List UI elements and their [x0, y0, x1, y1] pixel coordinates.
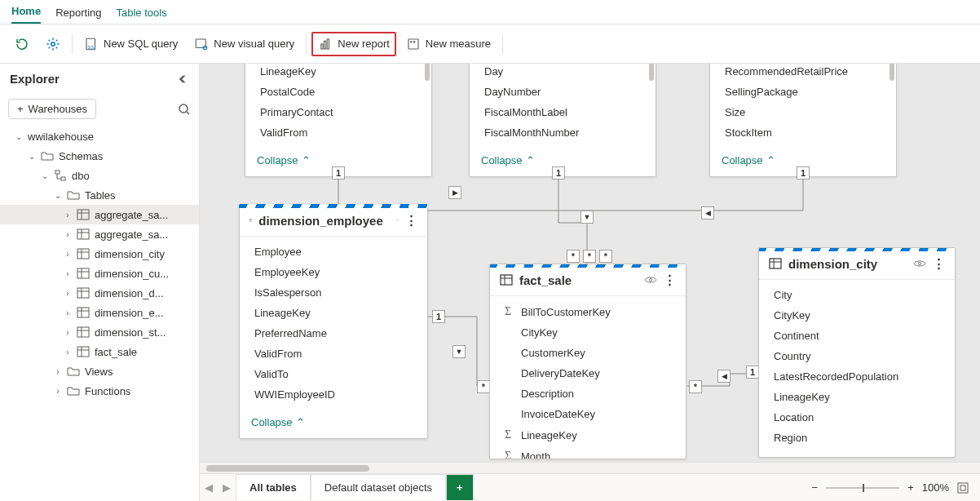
- search-icon[interactable]: [178, 103, 191, 116]
- sigma-icon: Σ: [505, 450, 514, 459]
- scrollbar[interactable]: [890, 64, 894, 81]
- cardinality-badge: *: [689, 380, 702, 393]
- entity-dimension-city[interactable]: dimension_city ⋮ City CityKey Continent …: [758, 247, 956, 458]
- table-icon: [77, 286, 90, 299]
- filter-direction-icon: ◀: [701, 206, 714, 219]
- zoom-out-button[interactable]: −: [812, 481, 819, 494]
- cardinality-badge: *: [477, 380, 490, 393]
- tree-table-item[interactable]: ›dimension_city: [0, 244, 199, 264]
- more-icon[interactable]: ⋮: [405, 213, 417, 228]
- svg-point-25: [649, 278, 651, 281]
- entity-title: fact_sale: [519, 273, 572, 287]
- svg-rect-16: [77, 249, 89, 259]
- scrollbar[interactable]: [425, 64, 430, 81]
- table-icon: [249, 214, 252, 227]
- tree-table-item[interactable]: ›dimension_e...: [0, 303, 199, 322]
- tree-node-schemas[interactable]: ⌄Schemas: [0, 146, 199, 166]
- entity-card[interactable]: Day DayNumber FiscalMonthLabel FiscalMon…: [469, 64, 656, 177]
- add-tab-button[interactable]: +: [446, 474, 474, 500]
- entity-title: dimension_employee: [258, 214, 383, 228]
- visibility-icon[interactable]: [913, 257, 926, 270]
- svg-rect-24: [501, 275, 512, 285]
- field-row: StockItem: [710, 122, 896, 143]
- entity-card[interactable]: RecommendedRetailPrice SellingPackage Si…: [709, 64, 897, 177]
- new-report-button[interactable]: New report: [311, 32, 396, 56]
- field-row: FiscalMonthLabel: [470, 102, 656, 122]
- separator: [72, 34, 73, 54]
- explorer-title: Explorer: [10, 72, 60, 86]
- bottom-tab-bar: ◀ ▶ All tables Default dataset objects +…: [200, 473, 980, 501]
- tab-table-tools[interactable]: Table tools: [117, 7, 167, 24]
- new-sql-query-button[interactable]: SQL New SQL query: [77, 32, 184, 56]
- svg-point-0: [51, 42, 55, 46]
- table-icon: [77, 306, 90, 319]
- new-visual-query-button[interactable]: New visual query: [188, 32, 301, 56]
- tab-home[interactable]: Home: [11, 5, 41, 24]
- more-icon[interactable]: ⋮: [664, 273, 676, 287]
- tree-table-item[interactable]: ›dimension_st...: [0, 322, 199, 342]
- zoom-slider[interactable]: [826, 487, 899, 489]
- zoom-in-button[interactable]: +: [907, 481, 914, 494]
- field-row: DeliveryDateKey: [490, 363, 686, 384]
- tree-node-functions[interactable]: ›Functions: [0, 381, 199, 401]
- entity-dimension-employee[interactable]: dimension_employee ⋮ Employee EmployeeKe…: [239, 204, 428, 439]
- settings-button[interactable]: [39, 32, 67, 56]
- tab-all-tables[interactable]: All tables: [236, 474, 311, 500]
- svg-rect-21: [77, 347, 89, 357]
- visibility-icon[interactable]: [644, 273, 657, 286]
- svg-rect-5: [321, 44, 323, 49]
- collapse-link[interactable]: Collapse⌃: [240, 410, 427, 438]
- plus-icon: +: [17, 103, 24, 115]
- field-row: LineageKey: [245, 64, 431, 82]
- tree-table-item[interactable]: ›fact_sale: [0, 342, 199, 361]
- folder-icon: [67, 365, 80, 378]
- new-measure-label: New measure: [426, 38, 491, 50]
- svg-point-27: [918, 262, 920, 264]
- svg-rect-14: [77, 210, 89, 219]
- separator: [306, 34, 307, 54]
- filter-direction-icon: ◀: [717, 370, 731, 383]
- svg-rect-26: [770, 259, 781, 268]
- tree-table-item[interactable]: ›aggregate_sa...: [0, 224, 199, 244]
- field-row: Description: [490, 384, 686, 404]
- cardinality-badge: 1: [432, 310, 445, 323]
- sql-icon: SQL: [84, 37, 99, 51]
- more-icon[interactable]: ⋮: [933, 256, 945, 271]
- collapse-panel-icon[interactable]: [178, 73, 189, 85]
- field-row: PostalCode: [245, 82, 431, 102]
- svg-rect-22: [249, 219, 252, 221]
- svg-rect-15: [77, 229, 89, 239]
- tree-table-item[interactable]: ›aggregate_sa...: [0, 205, 199, 224]
- scroll-left-button[interactable]: ◀: [200, 475, 218, 500]
- tree-table-item[interactable]: ›dimension_d...: [0, 283, 199, 303]
- tab-reporting[interactable]: Reporting: [55, 7, 101, 24]
- zoom-value: 100%: [922, 481, 949, 494]
- model-canvas[interactable]: LineageKey PostalCode PrimaryContact Val…: [200, 64, 980, 462]
- svg-rect-10: [413, 41, 415, 42]
- field-row: ValidFrom: [240, 344, 427, 364]
- scrollbar[interactable]: [649, 64, 654, 81]
- scroll-right-button[interactable]: ▶: [218, 475, 236, 500]
- entity-fact-sale[interactable]: fact_sale ⋮ ΣBillToCustomerKey CityKey C…: [489, 264, 686, 459]
- field-row: DayNumber: [470, 82, 656, 102]
- entity-card[interactable]: LineageKey PostalCode PrimaryContact Val…: [245, 64, 432, 177]
- visibility-icon[interactable]: [396, 214, 399, 227]
- svg-point-11: [179, 104, 188, 113]
- folder-icon: [41, 149, 54, 162]
- field-row: Day: [470, 64, 656, 82]
- refresh-button[interactable]: [8, 32, 36, 56]
- field-row: WWIEmployeeID: [240, 384, 427, 405]
- add-warehouse-button[interactable]: + Warehouses: [8, 99, 96, 119]
- tree-node-warehouse[interactable]: ⌄wwilakehouse: [0, 127, 199, 146]
- tree-table-item[interactable]: ›dimension_cu...: [0, 264, 199, 283]
- new-report-label: New report: [338, 38, 390, 50]
- fit-to-screen-icon[interactable]: [957, 482, 969, 494]
- field-row: Size: [710, 102, 896, 122]
- canvas-hscroll[interactable]: [200, 462, 980, 473]
- tree-node-views[interactable]: ›Views: [0, 361, 199, 381]
- tree-node-dbo[interactable]: ⌄dbo: [0, 166, 199, 185]
- tree-node-tables[interactable]: ⌄Tables: [0, 185, 199, 205]
- chevron-up-icon: ⌃: [296, 416, 305, 428]
- new-measure-button[interactable]: New measure: [400, 32, 497, 56]
- tab-default-dataset[interactable]: Default dataset objects: [311, 474, 446, 500]
